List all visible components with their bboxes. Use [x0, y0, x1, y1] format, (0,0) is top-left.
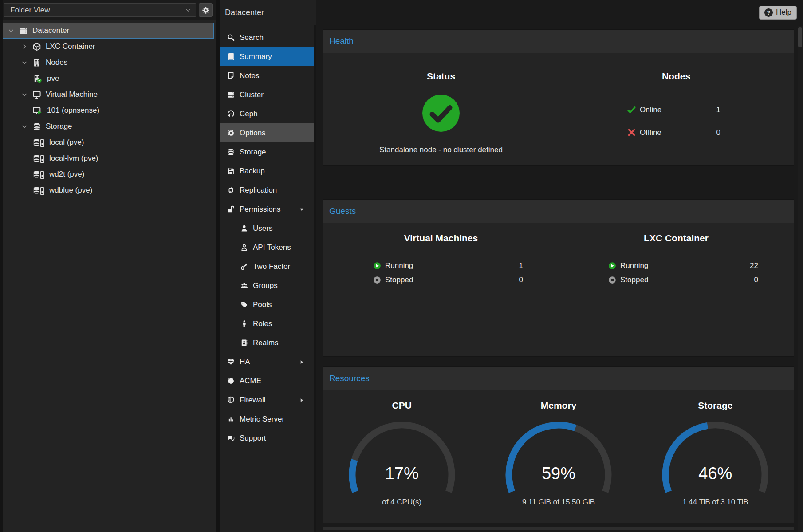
nodes-offline-row: Offline 0	[627, 121, 720, 144]
guests-panel-body: Virtual Machines Running 1 Stopped	[323, 223, 794, 356]
chevron-down-icon[interactable]	[21, 91, 28, 98]
nav-item-ha[interactable]: HA	[220, 352, 314, 371]
guests-panel-header: Guests	[323, 200, 794, 223]
chevron-down-icon[interactable]	[21, 123, 28, 130]
tree-item-storage[interactable]: Storage	[2, 118, 214, 134]
panel-splitter[interactable]	[216, 0, 220, 532]
memory-gauge-column: Memory 59% 9.11 GiB of 15.50 GiB	[480, 390, 637, 523]
scrollbar[interactable]	[798, 26, 803, 532]
storage-percent: 46%	[644, 464, 786, 483]
main-region: Datacenter ? Help Search Summary	[220, 0, 803, 532]
chevron-down-icon	[185, 7, 191, 13]
nav-item-realms[interactable]: Realms	[220, 333, 314, 352]
nav-item-permissions[interactable]: Permissions	[220, 200, 314, 219]
chevron-down-icon[interactable]	[21, 59, 28, 66]
chevron-right-icon[interactable]	[21, 43, 28, 50]
unlock-icon	[227, 205, 235, 213]
nav-item-firewall[interactable]: Firewall	[220, 390, 314, 410]
vm-stopped-row: Stopped 0	[373, 273, 523, 287]
nav-item-label: Support	[240, 434, 266, 443]
row-label: Running	[385, 261, 413, 270]
chart-bar-icon	[227, 415, 235, 423]
cluster-icon	[227, 91, 235, 99]
tree-indent	[21, 75, 28, 82]
note-icon	[227, 72, 235, 79]
tree-item-label: LXC Container	[46, 42, 95, 51]
node-online-icon	[32, 75, 43, 83]
certificate-icon	[227, 377, 235, 385]
running-icon	[608, 262, 616, 270]
nodes-online-row: Online 1	[627, 99, 720, 121]
nav-item-backup[interactable]: Backup	[220, 162, 314, 181]
nav-item-groups[interactable]: Groups	[220, 276, 314, 295]
tree-item-pve[interactable]: pve	[2, 71, 214, 87]
datacenter-icon	[19, 27, 28, 35]
view-mode-select[interactable]: Folder View	[4, 3, 196, 17]
cpu-percent: 17%	[331, 464, 473, 483]
tree-item-label: Storage	[46, 122, 72, 131]
health-panel-header: Health	[323, 30, 794, 53]
nav-item-label: ACME	[240, 377, 261, 386]
tree-item-datacenter[interactable]: Datacenter	[2, 23, 214, 39]
chevron-down-icon[interactable]	[8, 27, 15, 34]
nav-item-cluster[interactable]: Cluster	[220, 85, 314, 104]
tree-item-label: Nodes	[46, 58, 67, 67]
tree-item-storage-wdblue[interactable]: wdblue (pve)	[2, 182, 214, 198]
nodes-rows: Online 1 Offline 0	[559, 82, 794, 144]
tree-settings-button[interactable]	[199, 3, 213, 17]
status-message: Standalone node - no cluster defined	[379, 146, 503, 154]
page-title: Datacenter	[220, 0, 316, 25]
nav-item-label: Users	[253, 224, 272, 233]
resource-tree-panel: Folder View Datacenter LXC Container N	[0, 0, 216, 532]
nav-item-replication[interactable]: Replication	[220, 181, 314, 200]
help-button[interactable]: ? Help	[759, 6, 797, 20]
users-icon	[240, 282, 248, 289]
tree-item-storage-local[interactable]: local (pve)	[2, 134, 214, 150]
gear-icon	[202, 6, 210, 14]
tree-item-storage-wd2t[interactable]: wd2t (pve)	[2, 166, 214, 182]
resources-panel-title: Resources	[329, 374, 370, 383]
nav-item-support[interactable]: Support	[220, 429, 314, 448]
nav-item-options[interactable]: Options	[220, 123, 314, 142]
cpu-sublabel: of 4 CPU(s)	[382, 498, 421, 507]
cpu-heading: CPU	[392, 400, 411, 411]
nav-item-summary[interactable]: Summary	[220, 47, 314, 66]
tree-item-label: pve	[47, 74, 59, 83]
nav-item-label: Firewall	[240, 396, 266, 405]
chevron-right-icon	[299, 398, 304, 403]
tree-item-storage-local-lvm[interactable]: local-lvm (pve)	[2, 150, 214, 166]
question-icon: ?	[764, 8, 773, 17]
resources-panel-body: CPU 17% of 4 CPU(s) Memory 59%	[323, 390, 794, 523]
resources-panel: Resources CPU 17% of 4 CPU(s) Memo	[323, 366, 794, 523]
nav-item-pools[interactable]: Pools	[220, 295, 314, 314]
nav-item-label: Groups	[253, 281, 278, 290]
nav-item-roles[interactable]: Roles	[220, 314, 314, 333]
scrollbar-thumb[interactable]	[798, 27, 802, 47]
nav-item-label: Storage	[240, 148, 266, 157]
nav-item-users[interactable]: Users	[220, 219, 314, 238]
cpu-gauge: 17%	[331, 418, 473, 493]
virtual-machines-column: Virtual Machines Running 1 Stopped	[323, 223, 559, 356]
tree-indent	[21, 187, 28, 194]
header-toolbar: ? Help	[316, 0, 803, 25]
storage-drive-icon	[32, 170, 45, 179]
nav-item-notes[interactable]: Notes	[220, 66, 314, 85]
nav-item-api-tokens[interactable]: API Tokens	[220, 238, 314, 257]
nav-item-acme[interactable]: ACME	[220, 371, 314, 390]
storage-gauge: 46%	[644, 418, 786, 493]
nav-item-metric-server[interactable]: Metric Server	[220, 410, 314, 429]
nav-item-two-factor[interactable]: Two Factor	[220, 257, 314, 276]
tree-item-vm-101[interactable]: 101 (opnsense)	[2, 102, 214, 118]
status-heading: Status	[427, 71, 455, 82]
nav-item-label: API Tokens	[253, 243, 291, 252]
nav-item-storage[interactable]: Storage	[220, 142, 314, 162]
tree-item-nodes[interactable]: Nodes	[2, 55, 214, 71]
nav-item-search[interactable]: Search	[220, 28, 314, 47]
view-mode-value: Folder View	[10, 6, 50, 15]
health-panel-body: Status Standalone node - no cluster defi…	[323, 53, 794, 165]
storage-drive-icon	[32, 154, 45, 163]
tree-item-virtual-machine[interactable]: Virtual Machine	[2, 87, 214, 102]
nav-item-ceph[interactable]: Ceph	[220, 104, 314, 123]
tree-item-lxc-container[interactable]: LXC Container	[2, 39, 214, 55]
nav-item-label: Cluster	[240, 91, 264, 99]
